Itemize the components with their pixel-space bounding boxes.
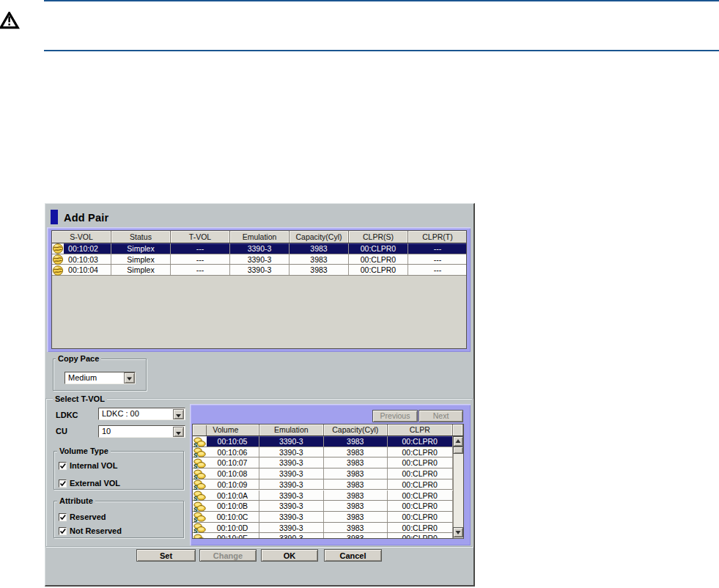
svg-text:s: s: [193, 462, 198, 468]
svg-text:s: s: [193, 537, 198, 539]
svg-text:s: s: [193, 472, 198, 479]
svg-text:s: s: [193, 451, 198, 457]
svg-text:s: s: [193, 504, 198, 511]
svg-text:s: s: [193, 440, 198, 446]
svg-text:s: s: [193, 515, 198, 522]
svg-text:s: s: [193, 494, 198, 501]
svg-text:s: s: [193, 526, 198, 533]
svg-text:s: s: [193, 483, 198, 490]
